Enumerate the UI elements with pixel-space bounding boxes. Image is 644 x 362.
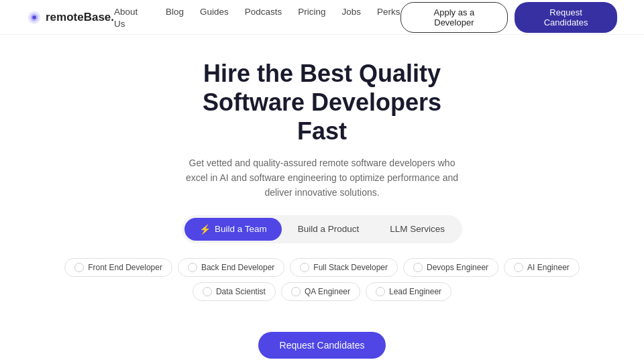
roles-list: Front End Developer Back End Developer F… [27,258,617,301]
role-data-scientist[interactable]: Data Scientist [193,282,276,301]
hero-title: Hire the Best Quality Software Developer… [27,59,617,146]
role-label: QA Engineer [305,287,350,296]
hero-section: Hire the Best Quality Software Developer… [0,35,644,332]
nav-podcasts[interactable]: Podcasts [245,7,282,17]
role-qa[interactable]: QA Engineer [281,282,360,301]
request-candidates-button[interactable]: Request Candidates [258,332,386,359]
role-backend[interactable]: Back End Developer [178,258,284,277]
nav-blog[interactable]: Blog [166,7,184,17]
role-label: Back End Developer [201,263,274,272]
radio-icon [300,263,309,272]
tab-build-product[interactable]: Build a Product [283,218,374,241]
role-label: Lead Engineer [389,287,441,296]
radio-icon [203,287,212,296]
svg-point-2 [32,15,36,19]
role-fullstack[interactable]: Full Stack Developer [290,258,398,277]
tab-build-team[interactable]: ⚡ Build a Team [184,218,282,241]
bolt-icon: ⚡ [199,224,211,235]
role-devops[interactable]: Devops Engineer [403,258,498,277]
role-label: AI Engineer [527,263,570,272]
nav-actions: Apply as a Developer Request Candidates [400,2,617,33]
nav-jobs[interactable]: Jobs [342,7,362,17]
role-label: Front End Developer [88,263,162,272]
tab-llm-services[interactable]: LLM Services [375,218,460,241]
role-label: Devops Engineer [427,263,488,272]
role-label: Data Scientist [216,287,266,296]
hero-tabs: ⚡ Build a Team Build a Product LLM Servi… [27,215,617,243]
radio-icon [413,263,423,272]
radio-icon [376,287,385,296]
logo-icon [27,10,42,25]
hero-subtitle: Get vetted and quality-assured remote so… [181,156,463,200]
radio-icon [291,287,301,296]
logo: remoteBase. [27,10,114,25]
nav-guides[interactable]: Guides [200,7,229,17]
nav-perks[interactable]: Perks [377,7,400,17]
radio-icon [74,263,84,272]
apply-developer-button[interactable]: Apply as a Developer [400,2,508,33]
request-section: Request Candidates [0,332,644,359]
role-lead[interactable]: Lead Engineer [366,282,451,301]
navbar: remoteBase. About Us Blog Guides Podcast… [0,0,644,35]
nav-about[interactable]: About Us [114,7,138,29]
logo-text: remoteBase. [46,11,114,24]
radio-icon [514,263,523,272]
nav-pricing[interactable]: Pricing [298,7,325,17]
role-ai[interactable]: AI Engineer [504,258,580,277]
radio-icon [188,263,197,272]
request-candidates-nav-button[interactable]: Request Candidates [515,2,617,33]
nav-links: About Us Blog Guides Podcasts Pricing Jo… [114,5,400,29]
role-label: Full Stack Developer [313,263,388,272]
tabs-group: ⚡ Build a Team Build a Product LLM Servi… [182,215,462,243]
role-frontend[interactable]: Front End Developer [64,258,172,277]
